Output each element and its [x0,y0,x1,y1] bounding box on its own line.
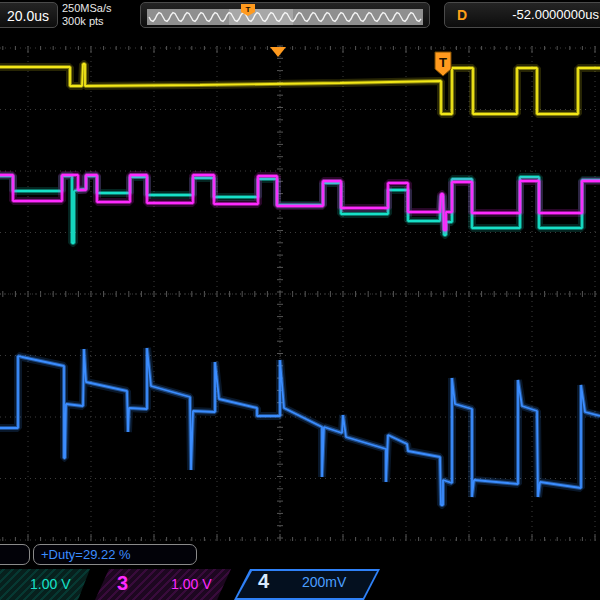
top-status-bar: 20.0us 250MSa/s 300k pts T D -52.0000000… [0,0,600,33]
channel-3-scale: 1.00 V [171,576,211,592]
channel-2-scale: 1.00 V [30,576,70,592]
timebase-position-graphic: T [141,3,429,27]
sample-rate: 250MSa/s [62,2,112,15]
acquisition-info: 250MSa/s 300k pts [62,2,112,28]
channel-4-box[interactable]: 4 200mV [234,569,380,600]
timebase-box[interactable]: 20.0us [0,2,58,28]
waveform-ch3-magenta [0,175,600,230]
display-window-region [229,9,293,25]
waveform-traces [0,64,600,505]
memory-depth: 300k pts [62,15,112,28]
duty-measurement-value: +Duty=29.22 % [41,547,131,562]
time-reference-marker[interactable] [270,47,286,57]
channel-status-bar: 1.00 V 3 1.00 V 4 200mV [0,569,600,600]
channel-3-box[interactable]: 3 1.00 V [95,569,231,600]
oscilloscope-screen: T 20.0us 250MSa/s 300k pts T D -52.00000… [0,0,600,600]
trigbar-flag-label: T [246,5,251,14]
duty-measurement-box[interactable]: +Duty=29.22 % [33,544,197,565]
delay-label: D [457,3,467,27]
timebase-value: 20.0us [7,8,49,24]
waveform-display: T [0,0,600,600]
delay-value: -52.0000000us [512,3,599,27]
channel-4-scale: 200mV [302,574,346,590]
measurement-box-partial[interactable] [0,544,30,565]
timebase-position-bar[interactable]: T [140,2,430,28]
trigger-flag-label: T [439,55,447,70]
dc-coupling-icon [278,578,292,586]
waveform-ch4-blue [0,348,600,505]
waveform-ch1-yellow [0,64,600,114]
channel-2-box[interactable]: 1.00 V [0,569,90,600]
channel-4-number: 4 [258,570,269,593]
delay-box[interactable]: D -52.0000000us [444,2,600,28]
channel-3-number: 3 [117,572,128,595]
graticule [0,46,600,541]
dc-coupling-icon [147,580,161,588]
